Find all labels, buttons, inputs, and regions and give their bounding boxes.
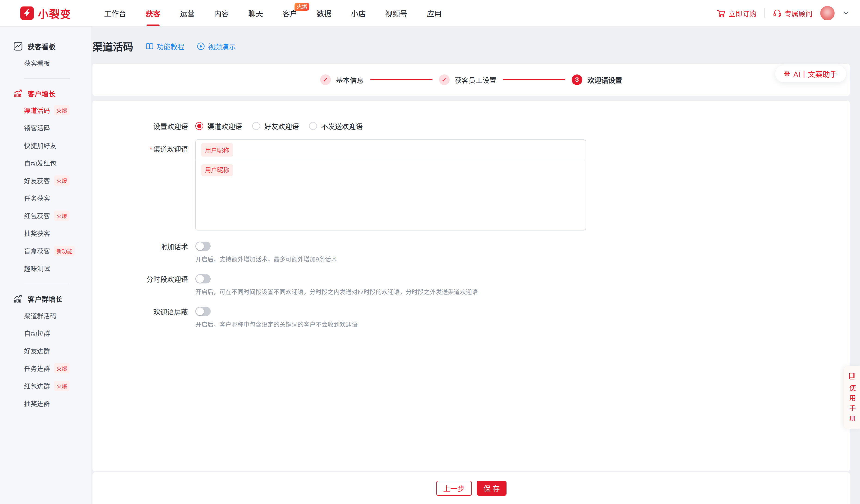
ai-flower-icon: ❋ — [784, 70, 790, 77]
advisor-button[interactable]: 专属顾问 — [773, 8, 812, 18]
step-connector — [503, 79, 565, 80]
nav-item-shop[interactable]: 小店 — [351, 0, 366, 26]
sidebar-item-auto-redpacket[interactable]: 自动发红包 — [0, 154, 91, 172]
sidebar-item-dashboard[interactable]: 获客看板 — [0, 54, 91, 72]
step-basic-info[interactable]: ✓ 基本信息 — [320, 74, 364, 85]
sidebar-item-lottery-acquisition[interactable]: 抽奖获客 — [0, 225, 91, 242]
divider — [764, 8, 765, 18]
growth-bars-icon — [13, 88, 23, 99]
timed-welcome-hint: 开启后，可在不同时间段设置不同欢迎语，分时段之内发送对应时段的欢迎语，分时段之外… — [195, 287, 850, 296]
sidebar-section-group-growth[interactable]: 客户群增长 — [0, 291, 91, 307]
step-staff-setting[interactable]: ✓ 获客员工设置 — [439, 74, 496, 85]
sidebar-item-task-acquisition[interactable]: 任务获客 — [0, 189, 91, 207]
sidebar-item-lock-code[interactable]: 锁客活码 — [0, 119, 91, 136]
hot-badge: 火爆 — [295, 3, 309, 11]
nav-item-content[interactable]: 内容 — [214, 0, 229, 26]
ai-copywriter-button[interactable]: ❋ AI丨文案助手 — [775, 66, 846, 82]
order-now-button[interactable]: 立即订购 — [717, 8, 757, 18]
sidebar-item-redpacket-acquisition[interactable]: 红包获客 火爆 — [0, 207, 91, 225]
radio-unselected-icon — [309, 122, 317, 130]
nav-item-apps[interactable]: 应用 — [427, 0, 442, 26]
sidebar-item-blindbox-acquisition[interactable]: 盲盒获客 新功能 — [0, 242, 91, 260]
welcome-setting-row: 设置欢迎语 渠道欢迎语 好友欢迎语 不发送欢迎语 — [92, 121, 850, 131]
user-manual-tab[interactable]: 使用手册 — [844, 366, 860, 429]
video-demo-link[interactable]: 视频演示 — [197, 41, 236, 51]
sidebar-item-lottery-join-group[interactable]: 抽奖进群 — [0, 395, 91, 412]
sidebar-item-friend-acquisition[interactable]: 好友获客 火爆 — [0, 172, 91, 189]
welcome-message-editor: 用户昵称 用户昵称 — [195, 140, 586, 230]
sidebar-item-channel-code[interactable]: 渠道活码 火爆 — [0, 101, 91, 119]
tutorial-link[interactable]: 功能教程 — [145, 41, 185, 51]
timed-welcome-label: 分时段欢迎语 — [92, 274, 195, 284]
nav-item-data[interactable]: 数据 — [317, 0, 331, 26]
toggle-knob — [196, 242, 204, 250]
required-asterisk: * — [149, 145, 152, 153]
welcome-block-hint: 开启后，客户昵称中包含设定的关键词的客户不会收到欢迎语 — [195, 320, 850, 328]
nav-item-acquisition[interactable]: 获客 — [146, 0, 160, 26]
extra-script-group: 附加话术 开启后，支持额外增加话术，最多可额外增加9条话术 — [92, 241, 850, 263]
sidebar-section-customer-growth[interactable]: 客户增长 — [0, 85, 91, 101]
open-book-icon — [145, 42, 154, 51]
page-header: 渠道活码 功能教程 视频演示 — [92, 38, 850, 54]
step-welcome-setting[interactable]: 3 欢迎语设置 — [572, 74, 622, 85]
sidebar-item-channel-group-code[interactable]: 渠道群活码 — [0, 307, 91, 325]
step-number: 3 — [572, 74, 582, 85]
sidebar-item-fun-test[interactable]: 趣味测试 — [0, 260, 91, 277]
welcome-message-input[interactable]: 用户昵称 — [196, 160, 586, 230]
lightning-logo-icon — [20, 6, 34, 20]
nickname-variable-chip[interactable]: 用户昵称 — [201, 143, 233, 157]
welcome-form-card: 设置欢迎语 渠道欢迎语 好友欢迎语 不发送欢迎语 — [92, 101, 850, 471]
hot-badge: 火爆 — [54, 211, 69, 221]
avatar-image — [820, 6, 834, 20]
headset-icon — [773, 9, 782, 18]
radio-selected-icon — [195, 122, 203, 130]
check-icon: ✓ — [439, 74, 450, 85]
stepper-card: ✓ 基本信息 ✓ 获客员工设置 3 欢迎语设置 — [92, 63, 850, 96]
timed-welcome-group: 分时段欢迎语 开启后，可在不同时间段设置不同欢迎语，分时段之内发送对应时段的欢迎… — [92, 274, 850, 296]
nav-menu: 工作台 获客 运营 内容 聊天 客户 火爆 数据 小店 视频号 应用 — [104, 0, 442, 26]
play-circle-icon — [197, 42, 205, 51]
stepper: ✓ 基本信息 ✓ 获客员工设置 3 欢迎语设置 — [320, 74, 622, 85]
welcome-block-toggle[interactable] — [195, 307, 211, 316]
sidebar-item-friend-join-group[interactable]: 好友进群 — [0, 342, 91, 360]
timed-welcome-row: 分时段欢迎语 — [92, 274, 850, 284]
radio-no-welcome[interactable]: 不发送欢迎语 — [309, 121, 363, 131]
app-screen: 小裂变 工作台 获客 运营 内容 聊天 客户 火爆 数据 小店 视频号 应用 — [0, 0, 860, 504]
footer-action-bar: 上一步 保 存 — [92, 472, 850, 504]
sidebar-item-quick-add-friend[interactable]: 快捷加好友 — [0, 136, 91, 154]
save-button[interactable]: 保 存 — [477, 481, 506, 496]
brand-logo[interactable]: 小裂变 — [20, 5, 71, 21]
chevron-down-icon[interactable] — [843, 10, 849, 17]
channel-welcome-label: *渠道欢迎语 — [92, 140, 195, 154]
sidebar-section-dashboard[interactable]: 获客看板 — [0, 38, 91, 54]
page-title: 渠道活码 — [92, 39, 133, 54]
hot-badge: 火爆 — [54, 381, 69, 391]
nav-item-chat[interactable]: 聊天 — [248, 0, 263, 26]
welcome-block-row: 欢迎语屏蔽 — [92, 306, 850, 317]
sidebar-item-task-join-group[interactable]: 任务进群 火爆 — [0, 360, 91, 377]
sidebar: 获客看板 获客看板 客户增长 渠道活码 火爆 锁客活码 快捷加好友 自动发红包 … — [0, 27, 91, 504]
extra-script-label: 附加话术 — [92, 241, 195, 251]
radio-friend-welcome[interactable]: 好友欢迎语 — [252, 121, 299, 131]
nav-item-workbench[interactable]: 工作台 — [104, 0, 126, 26]
nav-item-customer[interactable]: 客户 火爆 — [283, 0, 297, 26]
step-connector — [370, 79, 432, 80]
sidebar-item-auto-group[interactable]: 自动拉群 — [0, 325, 91, 342]
nav-item-video[interactable]: 视频号 — [385, 0, 407, 26]
hot-badge: 火爆 — [54, 363, 69, 373]
toggle-knob — [196, 307, 204, 315]
extra-script-row: 附加话术 — [92, 241, 850, 251]
radio-channel-welcome[interactable]: 渠道欢迎语 — [195, 121, 242, 131]
hot-badge: 火爆 — [54, 105, 69, 115]
user-avatar[interactable] — [820, 6, 834, 20]
sidebar-item-redpacket-join-group[interactable]: 红包进群 火爆 — [0, 377, 91, 395]
extra-script-toggle[interactable] — [195, 242, 211, 251]
nickname-variable-chip[interactable]: 用户昵称 — [201, 164, 233, 176]
nav-item-operation[interactable]: 运营 — [180, 0, 195, 26]
previous-step-button[interactable]: 上一步 — [436, 481, 472, 496]
divider — [24, 78, 70, 79]
timed-welcome-toggle[interactable] — [195, 274, 211, 284]
divider — [24, 284, 70, 284]
welcome-block-label: 欢迎语屏蔽 — [92, 306, 195, 317]
cart-icon — [717, 9, 726, 18]
